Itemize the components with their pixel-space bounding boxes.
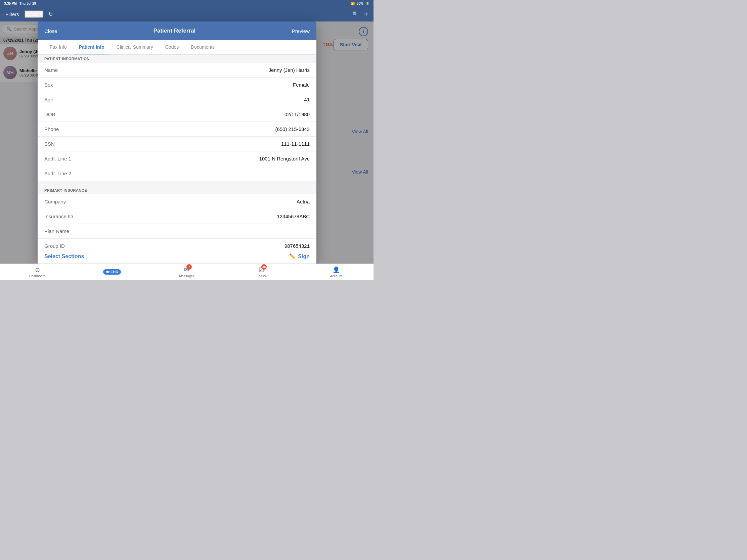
field-label-group-id: Group ID xyxy=(44,243,284,249)
field-value-dob: 02/11/1980 xyxy=(284,111,310,117)
tab-codes[interactable]: Codes xyxy=(160,40,184,54)
tab-ehr[interactable]: dr EHR xyxy=(99,269,126,275)
chevron-down-icon: ▾ xyxy=(40,11,42,17)
tab-account[interactable]: 👤 Account xyxy=(323,266,350,278)
field-label-plan-name: Plan Name xyxy=(44,228,310,234)
dashboard-label: Dashboard xyxy=(29,274,46,278)
ehr-icon: dr xyxy=(106,270,109,274)
modal-body: PATIENT INFORMATION Name Jenny (Jen) Har… xyxy=(37,55,316,249)
tab-clinical-summary[interactable]: Clinical Summary xyxy=(111,40,158,54)
table-row: SSN 111-11-1111 xyxy=(37,137,316,152)
account-label: Account xyxy=(330,274,342,278)
table-row: Sex Female xyxy=(37,78,316,92)
top-nav: Filters Today ▾ ↻ 🔍 + xyxy=(0,7,374,22)
tab-dashboard[interactable]: ⊙ Dashboard xyxy=(24,266,51,278)
sign-button[interactable]: ✏️ Sign xyxy=(289,253,310,260)
today-button[interactable]: Today ▾ xyxy=(25,10,43,18)
field-label-addr1: Addr. Line 1 xyxy=(44,156,259,161)
table-row: DOB 02/11/1980 xyxy=(37,107,316,122)
messages-icon-container: ✉ 7 xyxy=(184,266,189,274)
select-sections-button[interactable]: Select Sections xyxy=(44,254,84,260)
top-nav-left: Filters Today ▾ ↻ xyxy=(5,10,53,18)
tab-documents[interactable]: Documents xyxy=(185,40,220,54)
messages-badge: 7 xyxy=(186,264,192,270)
filters-button[interactable]: Filters xyxy=(5,11,19,17)
insurance-section-header: PRIMARY INSURANCE xyxy=(37,186,316,194)
table-row: Company Aetna xyxy=(37,194,316,209)
status-left: 3:35 PM Thu Jul 29 xyxy=(4,2,36,5)
bottom-tab-bar: ⊙ Dashboard dr EHR ✉ 7 Messages ☑ 36 Tas… xyxy=(0,264,374,280)
pencil-icon: ✏️ xyxy=(289,253,296,260)
tab-tasks[interactable]: ☑ 36 Tasks xyxy=(248,266,275,278)
patient-info-section-header: PATIENT INFORMATION xyxy=(37,55,316,63)
ehr-label: EHR xyxy=(110,270,118,274)
field-value-name: Jenny (Jen) Harris xyxy=(268,67,310,73)
status-time: 3:35 PM xyxy=(4,2,17,5)
field-label-company: Company xyxy=(44,199,297,205)
section-spacer xyxy=(37,181,316,186)
table-row: Insurance ID 12345678ABC xyxy=(37,209,316,224)
tab-fax-info[interactable]: Fax Info xyxy=(44,40,72,54)
tab-messages[interactable]: ✉ 7 Messages xyxy=(173,266,200,278)
status-right: 📶 50% 🔋 xyxy=(351,2,369,5)
field-label-age: Age xyxy=(44,97,304,102)
main-area: 🔍 Search Appointment 07/29/2021 Thu (2) … xyxy=(0,22,374,264)
today-label: Today xyxy=(25,11,38,17)
ehr-badge: dr EHR xyxy=(103,269,121,275)
add-button[interactable]: + xyxy=(364,10,368,18)
field-label-addr2: Addr. Line 2 xyxy=(44,170,310,176)
battery-icon: 🔋 xyxy=(365,2,369,5)
field-value-sex: Female xyxy=(293,82,310,88)
tab-patient-info[interactable]: Patient Info xyxy=(74,40,110,54)
close-button[interactable]: Close xyxy=(44,28,57,34)
table-row: Age 41 xyxy=(37,92,316,107)
battery-percent: 50% xyxy=(357,2,363,5)
top-nav-right: 🔍 + xyxy=(352,10,368,18)
dashboard-icon: ⊙ xyxy=(35,266,40,274)
field-value-insurance-id: 12345678ABC xyxy=(277,214,310,219)
field-value-ssn: 111-11-1111 xyxy=(281,141,310,147)
field-label-phone: Phone xyxy=(44,126,275,132)
modal-header: Close Patient Referral Preview xyxy=(37,22,316,40)
status-bar: 3:35 PM Thu Jul 29 📶 50% 🔋 xyxy=(0,0,374,7)
modal-tabs: Fax Info Patient Info Clinical Summary C… xyxy=(37,40,316,55)
table-row: Group ID 987654321 xyxy=(37,239,316,249)
modal-footer: Select Sections ✏️ Sign xyxy=(37,249,316,264)
field-label-insurance-id: Insurance ID xyxy=(44,214,277,219)
field-value-group-id: 987654321 xyxy=(284,243,310,249)
field-value-phone: (650) 215-6343 xyxy=(275,126,310,132)
table-row: Addr. Line 2 xyxy=(37,166,316,181)
messages-label: Messages xyxy=(179,274,195,278)
account-icon: 👤 xyxy=(333,266,340,274)
modal-title: Patient Referral xyxy=(154,28,196,34)
table-row: Name Jenny (Jen) Harris xyxy=(37,63,316,78)
field-label-sex: Sex xyxy=(44,82,293,88)
status-date: Thu Jul 29 xyxy=(20,2,36,5)
preview-button[interactable]: Preview xyxy=(292,28,310,34)
field-value-addr1: 1001 N Rengstorff Ave xyxy=(259,156,310,161)
tasks-icon-container: ☑ 36 xyxy=(259,266,264,274)
field-label-ssn: SSN xyxy=(44,141,281,147)
field-label-dob: DOB xyxy=(44,111,284,117)
search-icon[interactable]: 🔍 xyxy=(352,11,359,17)
sign-label: Sign xyxy=(298,254,310,260)
table-row: Phone (650) 215-6343 xyxy=(37,122,316,137)
tasks-label: Tasks xyxy=(257,274,266,278)
table-row: Addr. Line 1 1001 N Rengstorff Ave xyxy=(37,152,316,166)
field-value-company: Aetna xyxy=(297,199,310,205)
table-row: Plan Name xyxy=(37,224,316,239)
tasks-badge: 36 xyxy=(261,264,267,270)
refresh-icon: ↻ xyxy=(48,11,53,18)
patient-referral-modal: Close Patient Referral Preview Fax Info … xyxy=(37,22,316,264)
wifi-icon: 📶 xyxy=(351,2,355,5)
field-label-name: Name xyxy=(44,67,268,73)
field-value-age: 41 xyxy=(304,97,310,102)
